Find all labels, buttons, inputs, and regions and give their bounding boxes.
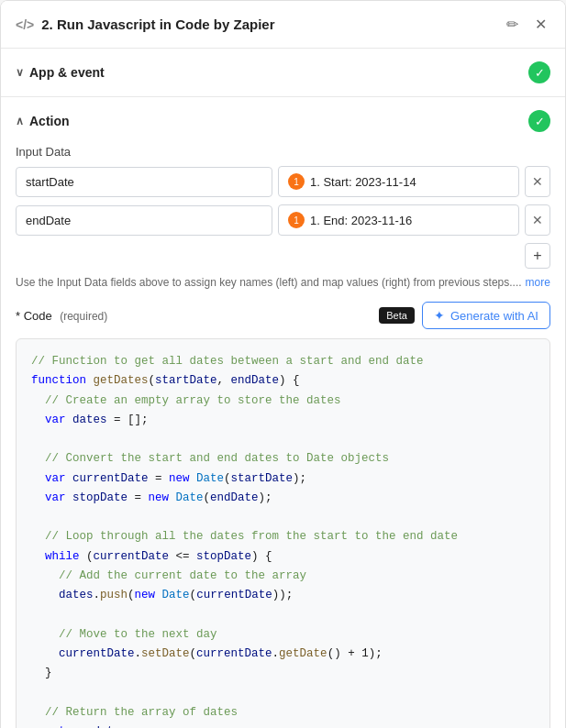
action-complete-icon: ✓: [528, 110, 550, 132]
code-required-text: (required): [60, 310, 107, 323]
panel-title: 2. Run Javascript in Code by Zapier: [41, 17, 503, 32]
code-label: * Code: [16, 309, 52, 323]
add-input-row-button[interactable]: +: [525, 243, 550, 269]
sparkle-icon: ✦: [434, 308, 445, 323]
code-icon: </>: [16, 17, 34, 32]
remove-row-2-button[interactable]: ✕: [525, 204, 550, 236]
code-label-row: * Code (required) Beta ✦ Generate with A…: [1, 302, 565, 329]
app-event-section: ∨ App & event ✓: [1, 49, 565, 97]
app-event-complete-icon: ✓: [528, 61, 550, 83]
code-label-group: * Code (required): [16, 307, 107, 324]
remove-row-1-button[interactable]: ✕: [525, 166, 550, 197]
app-event-title[interactable]: ∨ App & event: [16, 65, 105, 80]
input-value-2[interactable]: 1 1. End: 2023-11-16: [278, 204, 519, 236]
chevron-up-icon: ∧: [16, 115, 24, 127]
hint-more-link[interactable]: more: [526, 276, 550, 289]
app-event-label: App & event: [29, 65, 105, 80]
step-icon-1: 1: [288, 173, 305, 190]
input-value-text-2: 1. End: 2023-11-16: [310, 214, 412, 227]
input-value-text-1: 1. Start: 2023-11-14: [310, 175, 416, 189]
input-data-label: Input Data: [16, 145, 550, 159]
input-value-1[interactable]: 1 1. Start: 2023-11-14: [278, 166, 519, 197]
input-row-2: 1 1. End: 2023-11-16 ✕: [16, 204, 550, 236]
panel-header: </> 2. Run Javascript in Code by Zapier …: [1, 1, 565, 49]
input-key-1[interactable]: [16, 167, 272, 197]
step-icon-2: 1: [288, 212, 305, 228]
action-section: ∧ Action ✓ Input Data 1 1. Start: 2023-1…: [1, 97, 565, 289]
action-title[interactable]: ∧ Action: [16, 114, 70, 128]
generate-label: Generate with AI: [450, 309, 538, 323]
hint-text: Use the Input Data fields above to assig…: [16, 276, 550, 289]
header-actions: ✏ ✕: [503, 14, 550, 35]
input-row-1: 1 1. Start: 2023-11-14 ✕: [16, 166, 550, 197]
action-label: Action: [29, 114, 70, 128]
beta-badge: Beta: [379, 307, 415, 324]
input-key-2[interactable]: [16, 205, 272, 236]
edit-button[interactable]: ✏: [503, 14, 522, 35]
app-event-header: ∨ App & event ✓: [16, 61, 550, 83]
action-header: ∧ Action ✓: [16, 110, 550, 132]
main-panel: </> 2. Run Javascript in Code by Zapier …: [0, 0, 566, 728]
add-row-container: +: [16, 243, 550, 269]
close-button[interactable]: ✕: [531, 14, 550, 35]
code-editor[interactable]: // Function to get all dates between a s…: [16, 338, 550, 728]
generate-ai-button[interactable]: ✦ Generate with AI: [422, 302, 550, 329]
code-actions: Beta ✦ Generate with AI: [379, 302, 550, 329]
hint-content: Use the Input Data fields above to assig…: [16, 276, 522, 289]
chevron-down-icon: ∨: [16, 66, 24, 79]
